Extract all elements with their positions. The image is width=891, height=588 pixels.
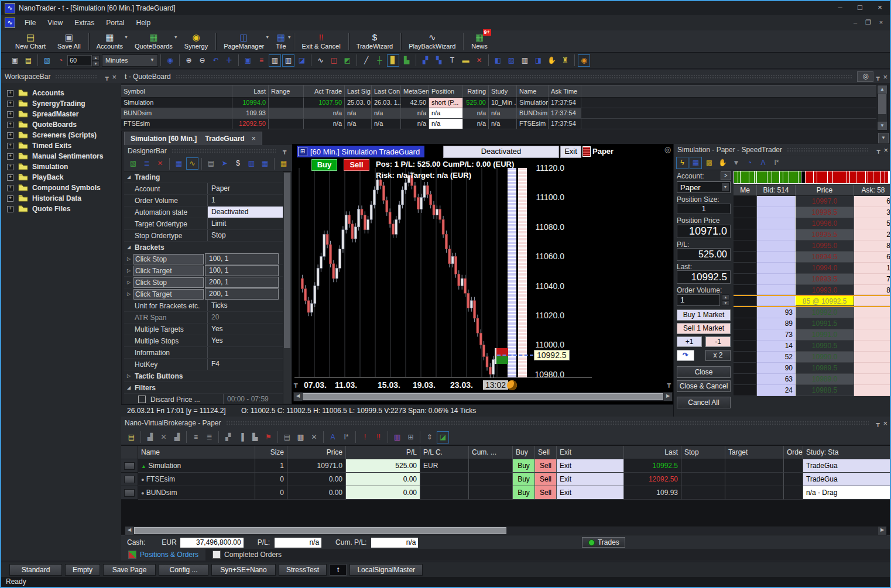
ask-size-cell[interactable]: 7 [854,274,891,285]
book-icon[interactable]: ▥ [294,431,307,443]
toolbar-button-exit-cancel[interactable]: !!Exit & Cancel [296,30,347,53]
property-value[interactable]: Deactivated [207,207,283,218]
ask-size-cell[interactable] [854,341,891,352]
area-style-icon[interactable]: ◩ [341,54,354,67]
property-row-automation-state[interactable]: Automation stateDeactivated [124,207,283,218]
tab-simulation-tradeguard[interactable]: Simulation [60 Min.] TradeGuard × [124,132,262,145]
alarm-icon[interactable]: ◉ [164,54,176,67]
price-cell[interactable]: 10991.0 [796,329,854,341]
save-icon[interactable]: ▣ [9,54,21,67]
me-cell[interactable] [734,229,757,240]
menu-view[interactable]: View [42,16,68,29]
cell[interactable]: Sell [535,486,557,500]
bid-size-cell[interactable]: 89 [757,318,796,329]
print-icon[interactable]: ▤ [205,157,217,170]
page-tab-stresstest[interactable]: StressTest [279,564,327,576]
ladder-row[interactable]: 7310991.0 [734,329,891,341]
ask-size-cell[interactable] [854,385,891,396]
doc-flag-icon[interactable]: ▙ [249,431,261,443]
property-row-multiple-targets[interactable]: Multiple TargetsYes [124,324,283,335]
info-italic-icon[interactable]: I* [770,157,783,169]
drag-area[interactable] [55,74,98,79]
draw-up-icon[interactable]: ▞ [419,54,431,67]
toolbar-button-tile[interactable]: ▦Tile▼ [270,30,292,53]
cell[interactable]: Exit [557,459,624,473]
chart-title-tile[interactable]: ⊞ [60 Min.] Simulation TradeGuard [297,146,424,157]
me-cell[interactable] [734,385,757,396]
account-select[interactable]: Paper ▼ [677,181,731,193]
ask-size-cell[interactable] [854,329,891,341]
ladder-row[interactable]: 10994.01 [734,263,891,274]
menu-help[interactable]: Help [131,16,157,29]
page-tab-standard[interactable]: Standard [9,564,62,576]
scroll-thumb[interactable] [303,393,663,400]
toolbar-button-playbackwizard[interactable]: ∿PlayBackWizard [403,30,461,53]
chevron-down-icon[interactable]: ▼ [174,35,178,39]
expand-arrow-icon[interactable]: ◢ [124,245,133,250]
ohlc-icon[interactable]: ▙ [400,54,413,67]
column-header-range[interactable]: Range [269,85,304,98]
property-value[interactable]: Limit [207,218,283,229]
bid-size-cell[interactable]: 52 [757,352,796,363]
minimize-button[interactable]: – [830,2,850,15]
interval-value-input[interactable]: 60 [67,55,92,66]
close-cancel-button[interactable]: Close & Cancel [677,380,731,392]
column-header-symbol[interactable]: Symbol [121,85,232,98]
arrow-down-icon[interactable]: ▼ [730,157,742,169]
pin-icon[interactable]: ┳ [876,147,880,153]
screen-icon[interactable]: ▦ [690,157,702,169]
account-expand-icon[interactable]: > [721,171,731,180]
bid-size-cell[interactable] [757,229,796,240]
chevron-down-icon[interactable]: ▼ [287,35,292,39]
mdi-close-button[interactable]: × [875,18,887,28]
column-header-name[interactable]: Name [517,85,549,98]
me-cell[interactable] [734,252,757,263]
open-folder-icon[interactable]: ▤ [125,431,138,443]
line-chart-icon[interactable]: ∿ [314,54,327,67]
column-header-exit[interactable]: Exit [557,446,624,459]
page-tab-empty[interactable]: Empty [65,564,100,576]
drag-area[interactable] [172,149,276,153]
candle-icon[interactable]: ▊ [387,54,399,67]
double-button[interactable]: x 2 [705,350,731,361]
pin-icon[interactable]: ┳ [667,380,671,388]
property-value[interactable]: 100, 1 [205,253,279,264]
brokerage-hscrollbar[interactable]: ◀ ▶ [125,526,887,535]
quoteboard-vscrollbar[interactable]: ▲ ▼ [877,85,887,130]
close-button[interactable]: × [870,2,890,15]
property-row-order-volume[interactable]: Order Volume1 [124,195,283,207]
expand-plus-icon[interactable]: + [7,101,13,107]
x-axis-icon[interactable]: ▥ [269,54,281,67]
curve-icon[interactable]: ∿ [186,157,198,170]
price-cell[interactable]: 10990.5 [796,341,854,352]
property-value[interactable]: 100, 1 [205,265,279,276]
drag-area[interactable] [176,74,853,79]
keyboard-icon[interactable]: ▩ [703,157,715,169]
expand-plus-icon[interactable]: + [7,132,13,139]
toolbar-button-pagemanager[interactable]: ◫PageManager▼ [218,30,270,53]
spread-row[interactable]: 85 @ 10992.5 [734,296,891,307]
sell-market-button[interactable]: Sell 1 Market [677,323,731,334]
clock-icon[interactable]: ◔ [743,157,756,169]
price-cell[interactable]: 10990.0 [796,352,854,363]
property-value[interactable]: Paper [207,183,283,194]
cell[interactable]: Sell [535,459,557,473]
workspace-item-spreadmaster[interactable]: +SpreadMaster [1,109,121,119]
ladder-row[interactable]: 10993.08 [734,285,891,296]
me-cell[interactable] [734,307,757,318]
me-cell[interactable] [734,374,757,385]
property-row-atr-span[interactable]: ATR Span20 [124,312,283,324]
rect-icon[interactable]: ▬ [460,54,472,67]
column-header-orde-[interactable]: Orde... [784,446,803,459]
tab-completed-orders[interactable]: Completed Orders [205,549,289,561]
price-cell[interactable]: 10994.0 [796,263,854,274]
column-header-size[interactable]: Size [255,446,287,459]
ladder-row[interactable]: 9310992.0 [734,307,891,318]
expand-arrow-icon[interactable]: ◢ [124,174,133,180]
ladder-row[interactable]: 10996.53 [734,207,891,218]
property-value[interactable]: Yes [207,335,283,346]
page-tab-config-[interactable]: Config ... [159,564,208,576]
order-volume-field[interactable]: 1 [677,294,720,306]
page-tab-t[interactable]: t [330,564,347,576]
clock-period-icon[interactable]: ◔ [54,54,67,67]
